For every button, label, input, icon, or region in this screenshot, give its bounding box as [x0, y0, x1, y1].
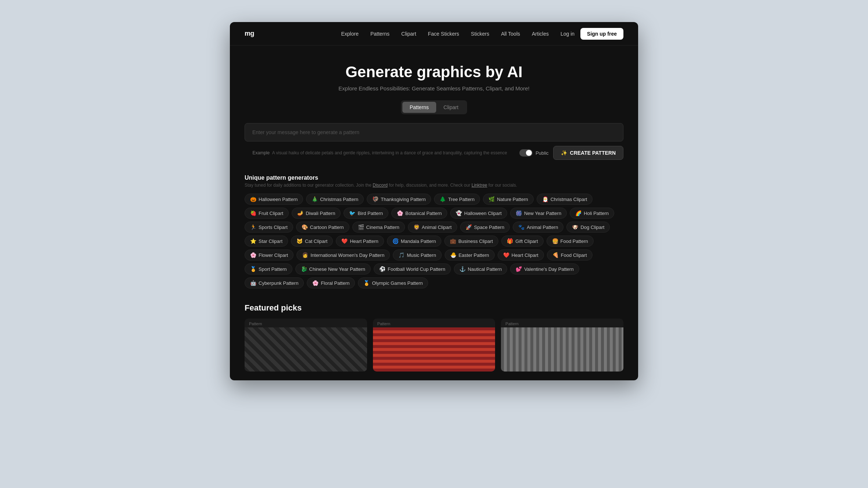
tag-halloween-clipart[interactable]: 👻Halloween Clipart [450, 208, 507, 219]
nav-links: ExplorePatternsClipartFace StickersStick… [341, 31, 548, 37]
tag-botanical-pattern[interactable]: 🌸Botanical Pattern [391, 208, 447, 219]
generators-title: Unique pattern generators [245, 175, 623, 181]
tag-international-women's-day-pattern[interactable]: 👩International Women's Day Pattern [296, 250, 390, 261]
featured-card-2[interactable]: Pattern [501, 319, 623, 372]
tag-emoji: 🎆 [516, 210, 522, 216]
tag-music-pattern[interactable]: 🎵Music Pattern [393, 250, 441, 261]
tag-nautical-pattern[interactable]: ⚓Nautical Pattern [454, 263, 508, 274]
tag-label: Nautical Pattern [468, 266, 502, 272]
tag-food-pattern[interactable]: 🍔Food Pattern [547, 236, 594, 247]
logo: mg [245, 30, 254, 37]
tag-emoji: 🎵 [398, 252, 405, 258]
featured-section: Featured picks Pattern Pattern Pattern [230, 297, 638, 380]
generators-subtitle: Stay tuned for daily additions to our ge… [245, 183, 623, 188]
tag-heart-clipart[interactable]: ❤️Heart Clipart [498, 250, 544, 261]
tag-emoji: 🍓 [250, 210, 256, 216]
tag-gift-clipart[interactable]: 🎁Gift Clipart [501, 236, 543, 247]
tag-label: Animal Pattern [527, 225, 558, 230]
tag-label: Heart Pattern [350, 238, 378, 244]
tag-label: Star Clipart [259, 238, 282, 244]
example-content: A visual haiku of delicate petals and ge… [272, 150, 507, 155]
tag-emoji: 🎁 [507, 238, 513, 244]
tag-label: Valentine's Day Pattern [524, 266, 573, 272]
signup-button[interactable]: Sign up free [580, 28, 623, 40]
tag-holi-pattern[interactable]: 🌈Holi Pattern [570, 208, 614, 219]
prompt-input[interactable] [245, 123, 623, 141]
tag-emoji: 🦁 [413, 224, 420, 230]
tag-animal-clipart[interactable]: 🦁Animal Clipart [408, 222, 457, 233]
tag-halloween-pattern[interactable]: 🎃Halloween Pattern [245, 194, 303, 205]
tag-label: International Women's Day Pattern [310, 252, 384, 258]
tag-emoji: 🐾 [518, 224, 524, 230]
tag-tree-pattern[interactable]: 🌲Tree Pattern [434, 194, 480, 205]
nav-link-clipart[interactable]: Clipart [401, 31, 416, 37]
tag-christmas-pattern[interactable]: 🎄Christmas Pattern [306, 194, 364, 205]
tag-emoji: 🎃 [250, 196, 256, 202]
tag-emoji: 💼 [450, 238, 456, 244]
tag-sport-pattern[interactable]: 🏅Sport Pattern [245, 263, 292, 274]
tab-clipart[interactable]: Clipart [436, 102, 466, 113]
tag-label: Music Pattern [407, 252, 436, 258]
tag-label: Olympic Games Pattern [372, 280, 423, 286]
nav-link-patterns[interactable]: Patterns [370, 31, 389, 37]
controls-row: Example A visual haiku of delicate petal… [245, 146, 623, 160]
tag-mandala-pattern[interactable]: 🌀Mandala Pattern [387, 236, 441, 247]
tab-patterns[interactable]: Patterns [402, 102, 436, 113]
tag-dog-clipart[interactable]: 🐶Dog Clipart [566, 222, 610, 233]
tag-business-clipart[interactable]: 💼Business Clipart [444, 236, 498, 247]
wand-icon: ✨ [561, 150, 567, 156]
discord-link[interactable]: Discord [373, 183, 388, 188]
tag-football-world-cup-pattern[interactable]: ⚽Football World Cup Pattern [374, 263, 451, 274]
browser-window: mg ExplorePatternsClipartFace StickersSt… [230, 22, 638, 380]
nav-link-face-stickers[interactable]: Face Stickers [428, 31, 459, 37]
tag-new-year-pattern[interactable]: 🎆New Year Pattern [510, 208, 567, 219]
create-pattern-button[interactable]: ✨ CREATE PATTERN [553, 146, 623, 160]
public-toggle-wrap: Public [519, 149, 548, 157]
nav-link-articles[interactable]: Articles [532, 31, 549, 37]
example-text: Example A visual haiku of delicate petal… [245, 150, 515, 155]
tag-cartoon-pattern[interactable]: 🎨Cartoon Pattern [296, 222, 349, 233]
nav-link-all-tools[interactable]: All Tools [501, 31, 520, 37]
tag-emoji: 🤖 [250, 280, 256, 286]
tag-floral-pattern[interactable]: 🌸Floral Pattern [307, 277, 355, 288]
tag-thanksgiving-pattern[interactable]: 🦃Thanksgiving Pattern [367, 194, 431, 205]
tag-space-pattern[interactable]: 🚀Space Pattern [460, 222, 510, 233]
tag-label: Football World Cup Pattern [388, 266, 445, 272]
tag-emoji: 🌸 [397, 210, 403, 216]
tag-valentine's-day-pattern[interactable]: 💕Valentine's Day Pattern [510, 263, 579, 274]
public-toggle[interactable] [519, 149, 533, 157]
tag-diwali-pattern[interactable]: 🪔Diwali Pattern [292, 208, 341, 219]
tag-heart-pattern[interactable]: ❤️Heart Pattern [336, 236, 384, 247]
tag-label: Floral Pattern [321, 280, 349, 286]
tag-emoji: 🐱 [296, 238, 303, 244]
tag-emoji: 🌲 [440, 196, 446, 202]
tag-cinema-pattern[interactable]: 🎬Cinema Pattern [352, 222, 405, 233]
tag-label: Space Pattern [474, 225, 504, 230]
tag-chinese-new-year-pattern[interactable]: 🐉Chinese New Year Pattern [295, 263, 371, 274]
tag-label: Tree Pattern [448, 197, 474, 202]
tag-animal-pattern[interactable]: 🐾Animal Pattern [513, 222, 563, 233]
login-button[interactable]: Log in [561, 31, 574, 37]
tag-star-clipart[interactable]: ⭐Star Clipart [245, 236, 288, 247]
tag-emoji: ⚽ [379, 266, 385, 272]
nav-link-stickers[interactable]: Stickers [471, 31, 489, 37]
featured-card-0[interactable]: Pattern [245, 319, 367, 372]
tag-easter-pattern[interactable]: 🐣Easter Pattern [445, 250, 495, 261]
nav-link-explore[interactable]: Explore [341, 31, 358, 37]
featured-card-1[interactable]: Pattern [373, 319, 495, 372]
featured-grid: Pattern Pattern Pattern [245, 319, 623, 372]
tag-cyberpunk-pattern[interactable]: 🤖Cyberpunk Pattern [245, 277, 304, 288]
tag-olympic-games-pattern[interactable]: 🏅Olympic Games Pattern [358, 277, 428, 288]
tag-flower-clipart[interactable]: 🌸Flower Clipart [245, 250, 294, 261]
linktree-link[interactable]: Linktree [472, 183, 487, 188]
tag-nature-pattern[interactable]: 🌿Nature Pattern [483, 194, 534, 205]
tag-fruit-clipart[interactable]: 🍓Fruit Clipart [245, 208, 289, 219]
hero-title: Generate graphics by AI [245, 63, 623, 81]
tag-cat-clipart[interactable]: 🐱Cat Clipart [291, 236, 333, 247]
tag-bird-pattern[interactable]: 🐦Bird Pattern [344, 208, 388, 219]
tag-christmas-clipart[interactable]: 🎅Christmas Clipart [537, 194, 593, 205]
tag-sports-clipart[interactable]: 🏃Sports Clipart [245, 222, 293, 233]
tag-food-clipart[interactable]: 🍕Food Clipart [547, 250, 593, 261]
navbar: mg ExplorePatternsClipartFace StickersSt… [230, 22, 638, 46]
tag-label: Business Clipart [458, 238, 493, 244]
